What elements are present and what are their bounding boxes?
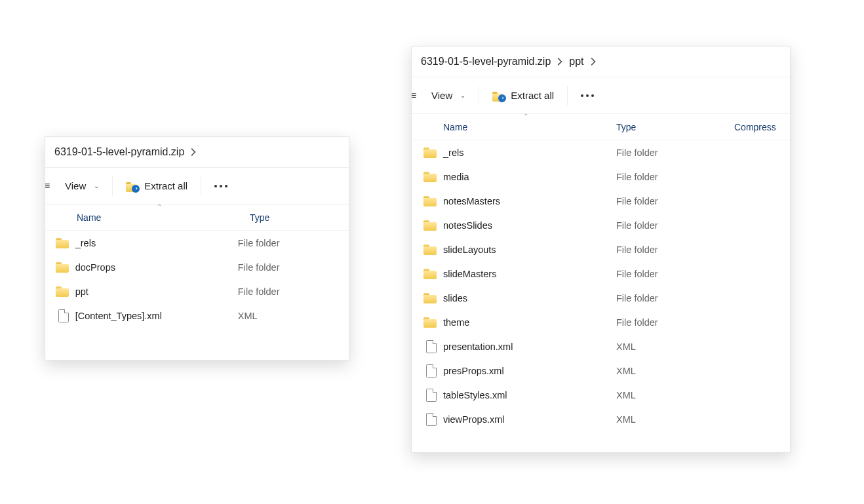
explorer-window-root: 6319-01-5-level-pyramid.zip ≡ View ⌄ Ext…: [45, 136, 349, 360]
toolbar-separator: [567, 86, 568, 106]
item-icon-cell: [45, 309, 75, 322]
file-icon: [426, 389, 437, 402]
item-type: File folder: [616, 293, 734, 303]
item-icon-cell: [412, 220, 443, 231]
item-icon-cell: [412, 147, 443, 158]
column-header-type[interactable]: Type: [250, 212, 349, 223]
item-type: File folder: [616, 244, 734, 255]
list-item[interactable]: slideLayoutsFile folder: [412, 237, 790, 262]
item-name: presProps.xml: [443, 366, 616, 376]
item-name: viewProps.xml: [443, 414, 616, 425]
item-icon-cell: [412, 293, 443, 303]
toolbar: ≡ View ⌄ Extract all: [412, 77, 790, 114]
list-item[interactable]: slidesFile folder: [412, 286, 790, 310]
list-item[interactable]: _relsFile folder: [412, 140, 790, 165]
list-item[interactable]: tableStyles.xmlXML: [412, 383, 790, 407]
view-label: View: [65, 180, 86, 191]
folder-icon: [56, 286, 69, 297]
chevron-right-icon[interactable]: [555, 56, 565, 67]
sort-indicator-icon: ⌃: [523, 113, 528, 120]
list-item[interactable]: pptFile folder: [45, 279, 349, 303]
item-name: media: [443, 172, 616, 182]
list-item[interactable]: notesSlidesFile folder: [412, 213, 790, 237]
item-type: File folder: [616, 269, 734, 279]
folder-icon: [423, 269, 437, 279]
breadcrumb[interactable]: 6319-01-5-level-pyramid.zip: [45, 137, 349, 168]
list-item[interactable]: presProps.xmlXML: [412, 359, 790, 383]
item-type: XML: [616, 414, 734, 425]
file-list: _relsFile folderdocPropsFile folderpptFi…: [45, 231, 349, 328]
folder-icon: [423, 196, 437, 206]
list-item[interactable]: presentation.xmlXML: [412, 334, 790, 359]
item-icon-cell: [412, 317, 443, 328]
folder-icon: [423, 317, 437, 328]
view-label: View: [431, 90, 452, 101]
list-item[interactable]: themeFile folder: [412, 310, 790, 334]
list-options-icon[interactable]: ≡: [47, 180, 56, 192]
extract-all-button[interactable]: Extract all: [117, 176, 197, 196]
folder-icon: [423, 172, 437, 182]
extract-icon: [492, 90, 505, 102]
folder-icon: [56, 262, 69, 273]
item-type: File folder: [616, 220, 734, 231]
item-type: XML: [616, 341, 734, 352]
view-button[interactable]: View ⌄: [56, 176, 108, 195]
file-icon: [426, 413, 437, 426]
item-icon-cell: [412, 172, 443, 182]
column-header-name[interactable]: Name: [45, 212, 250, 223]
list-item[interactable]: mediaFile folder: [412, 165, 790, 189]
file-icon: [58, 309, 69, 322]
more-button[interactable]: [572, 94, 603, 97]
folder-icon: [423, 147, 437, 158]
list-options-icon[interactable]: ≡: [413, 90, 422, 102]
item-icon-cell: [412, 364, 443, 378]
list-item[interactable]: _relsFile folder: [45, 231, 349, 255]
file-list: _relsFile foldermediaFile foldernotesMas…: [412, 140, 790, 431]
item-name: slideMasters: [443, 269, 616, 279]
item-icon-cell: [412, 244, 443, 255]
item-icon-cell: [412, 389, 443, 402]
folder-icon: [423, 220, 437, 231]
list-item[interactable]: viewProps.xmlXML: [412, 407, 790, 431]
item-type: File folder: [238, 238, 349, 248]
item-icon-cell: [412, 196, 443, 206]
item-icon-cell: [412, 413, 443, 426]
column-headers: ⌃ Name Type: [45, 204, 349, 231]
item-icon-cell: [45, 238, 75, 248]
breadcrumb-item[interactable]: ppt: [569, 54, 583, 69]
item-name: ppt: [75, 286, 238, 297]
chevron-right-icon[interactable]: [588, 56, 599, 67]
item-name: slides: [443, 293, 616, 303]
item-name: notesSlides: [443, 220, 616, 231]
item-icon-cell: [45, 286, 75, 297]
file-icon: [426, 364, 437, 378]
column-headers: ⌃ Name Type Compress: [412, 114, 790, 140]
extract-all-button[interactable]: Extract all: [483, 86, 563, 106]
extract-label: Extract all: [144, 180, 187, 191]
breadcrumb-item[interactable]: 6319-01-5-level-pyramid.zip: [421, 54, 551, 69]
list-item[interactable]: [Content_Types].xmlXML: [45, 303, 349, 328]
more-button[interactable]: [205, 185, 237, 187]
list-item[interactable]: docPropsFile folder: [45, 255, 349, 279]
breadcrumb-item[interactable]: 6319-01-5-level-pyramid.zip: [54, 145, 184, 159]
folder-icon: [423, 244, 437, 255]
toolbar-separator: [112, 176, 113, 196]
column-header-compressed[interactable]: Compress: [734, 122, 776, 132]
item-name: [Content_Types].xml: [75, 311, 238, 321]
folder-icon: [423, 293, 437, 303]
extract-label: Extract all: [511, 90, 554, 101]
item-type: File folder: [616, 317, 734, 328]
chevron-right-icon[interactable]: [188, 147, 199, 157]
view-button[interactable]: View ⌄: [422, 86, 475, 105]
column-header-type[interactable]: Type: [616, 122, 734, 132]
item-name: presentation.xml: [443, 341, 616, 352]
breadcrumb[interactable]: 6319-01-5-level-pyramid.zip ppt: [412, 47, 790, 77]
list-item[interactable]: slideMastersFile folder: [412, 262, 790, 286]
chevron-down-icon: ⌄: [94, 182, 99, 189]
toolbar-separator: [479, 86, 479, 106]
column-header-name[interactable]: Name: [412, 122, 616, 132]
file-icon: [426, 340, 437, 353]
item-name: _rels: [443, 147, 616, 158]
list-item[interactable]: notesMastersFile folder: [412, 189, 790, 213]
item-type: XML: [238, 311, 349, 321]
